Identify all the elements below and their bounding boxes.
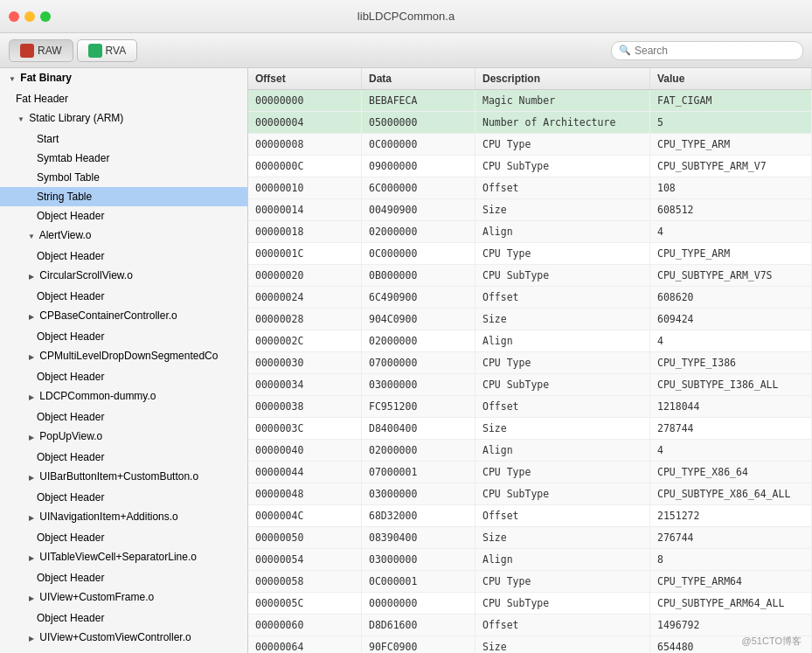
sidebar-item-object-header-2[interactable]: Object Header	[0, 247, 247, 266]
table-row[interactable]: 0000003CD8400400Size278744	[248, 418, 812, 440]
cell-description: CPU Type	[475, 134, 650, 155]
sidebar-item-object-header-11[interactable]: Object Header	[0, 608, 247, 628]
sidebar-item-alertview-o[interactable]: AlertView.o	[0, 226, 247, 247]
table-row[interactable]: 0000003007000000CPU TypeCPU_TYPE_I386	[248, 352, 812, 374]
table-row[interactable]: 0000004C68D32000Offset2151272	[248, 505, 812, 527]
sidebar-item-label: UITableViewCell+SeparatorLine.o	[39, 551, 197, 563]
disclosure-icon	[7, 70, 17, 87]
cell-data: 08390400	[362, 527, 475, 548]
table-row[interactable]: 0000004407000001CPU TypeCPU_TYPE_X86_64	[248, 462, 812, 483]
maximize-button[interactable]	[40, 11, 51, 22]
cell-description: Magic Number	[475, 90, 650, 111]
sidebar-item-object-header-3[interactable]: Object Header	[0, 287, 247, 306]
sidebar-item-cpmultileveldropdownsegmentedco[interactable]: CPMultiLevelDropDownSegmentedCo	[0, 346, 247, 367]
sidebar-item-start[interactable]: Start	[0, 129, 247, 149]
table-row[interactable]: 000000106C000000Offset108	[248, 177, 812, 199]
minimize-button[interactable]	[24, 11, 35, 22]
disclosure-icon	[26, 388, 37, 406]
cell-value: 2151272	[650, 505, 812, 526]
table-row[interactable]: 000000246C490900Offset608620	[248, 287, 812, 309]
cell-offset: 00000014	[248, 199, 362, 220]
sidebar-item-object-header-4[interactable]: Object Header	[0, 327, 247, 346]
sidebar-item-uiview-customviewcontroller-o[interactable]: UIView+CustomViewController.o	[0, 628, 247, 649]
table-row[interactable]: 0000005403000000Align8	[248, 549, 812, 571]
sidebar-item-label: CPBaseContainerController.o	[39, 309, 177, 322]
sidebar-item-symtab-header[interactable]: Symtab Header	[0, 149, 247, 168]
cell-value: 4	[650, 440, 812, 461]
cell-value: CPU_TYPE_X86_64	[650, 462, 812, 483]
cell-value: CPU_SUBTYPE_ARM64_ALL	[650, 593, 812, 614]
table-row[interactable]: 0000001C0C000000CPU TypeCPU_TYPE_ARM	[248, 243, 812, 265]
raw-icon	[20, 44, 34, 58]
table-row[interactable]: 00000060D8D61600Offset1496792	[248, 615, 812, 636]
sidebar-item-object-header-1[interactable]: Object Header	[0, 206, 247, 226]
table-row[interactable]: 000000080C000000CPU TypeCPU_TYPE_ARM	[248, 134, 812, 156]
table-row[interactable]: 0000005C00000000CPU SubTypeCPU_SUBTYPE_A…	[248, 593, 812, 615]
table-row[interactable]: 0000004002000000Align4	[248, 440, 812, 462]
table-row[interactable]: 0000005008390400Size276744	[248, 527, 812, 549]
sidebar-item-object-header-10[interactable]: Object Header	[0, 568, 247, 587]
table-row[interactable]: 000000200B000000CPU SubTypeCPU_SUBTYPE_A…	[248, 265, 812, 287]
cell-value: CPU_SUBTYPE_I386_ALL	[650, 374, 812, 395]
sidebar-item-circularscrollview-o[interactable]: CircularScrollView.o	[0, 266, 247, 287]
cell-offset: 00000054	[248, 549, 362, 570]
cell-description: Size	[475, 309, 650, 330]
disclosure-icon	[26, 428, 37, 446]
window-title: libLDCPCommon.a	[357, 10, 455, 23]
close-button[interactable]	[9, 11, 19, 22]
cell-data: 904C0900	[362, 309, 475, 330]
cell-offset: 00000060	[248, 615, 362, 636]
sidebar-item-object-header-12[interactable]: Object Header	[0, 649, 247, 653]
cell-data: 0C000000	[362, 243, 475, 264]
sidebar-item-popupview-o[interactable]: PopUpView.o	[0, 427, 247, 448]
sidebar-item-ldcpcommon-dummy-o[interactable]: LDCPCommon-dummy.o	[0, 386, 247, 407]
cell-offset: 0000003C	[248, 418, 362, 439]
cell-description: CPU SubType	[475, 374, 650, 395]
toolbar: RAW RVA 🔍	[0, 33, 812, 68]
table-row[interactable]: 00000000BEBAFECAMagic NumberFAT_CIGAM	[248, 90, 812, 112]
cell-data: 0C000001	[362, 571, 475, 592]
sidebar-item-uitableviewcell-separatorline-o[interactable]: UITableViewCell+SeparatorLine.o	[0, 547, 247, 568]
cell-description: CPU SubType	[475, 265, 650, 286]
table-row[interactable]: 00000028904C0900Size609424	[248, 309, 812, 330]
cell-value: FAT_CIGAM	[650, 90, 812, 111]
sidebar-item-fat-header[interactable]: Fat Header	[0, 89, 247, 108]
search-input[interactable]	[635, 45, 795, 57]
sidebar-item-object-header-9[interactable]: Object Header	[0, 528, 247, 547]
sidebar-item-object-header-5[interactable]: Object Header	[0, 367, 247, 386]
sidebar-item-fat-binary[interactable]: Fat Binary	[0, 68, 247, 89]
sidebar-item-object-header-7[interactable]: Object Header	[0, 448, 247, 467]
sidebar-item-uiview-customframe-o[interactable]: UIView+CustomFrame.o	[0, 587, 247, 608]
table-row[interactable]: 0000001400490900Size608512	[248, 199, 812, 221]
sidebar-item-static-library-arm[interactable]: Static Library (ARM)	[0, 108, 247, 129]
cell-value: CPU_SUBTYPE_ARM_V7S	[650, 265, 812, 286]
sidebar-item-uinavigationitem-additions-o[interactable]: UINavigationItem+Additions.o	[0, 507, 247, 528]
raw-button[interactable]: RAW	[9, 39, 73, 62]
sidebar: Fat BinaryFat Header Static Library (ARM…	[0, 68, 248, 653]
search-icon: 🔍	[619, 45, 631, 56]
cell-offset: 0000005C	[248, 593, 362, 614]
sidebar-item-cpbasecontainercontroller-o[interactable]: CPBaseContainerController.o	[0, 306, 247, 327]
watermark: @51CTO博客	[742, 635, 802, 648]
table-row[interactable]: 0000001802000000Align4	[248, 221, 812, 243]
sidebar-item-object-header-8[interactable]: Object Header	[0, 488, 247, 507]
sidebar-item-symbol-table[interactable]: Symbol Table	[0, 168, 247, 187]
sidebar-item-uibarbuttonitem-custombutton-o[interactable]: UIBarButtonItem+CustomButton.o	[0, 467, 247, 488]
cell-value: 608620	[650, 287, 812, 308]
table-row[interactable]: 0000000C09000000CPU SubTypeCPU_SUBTYPE_A…	[248, 156, 812, 177]
cell-description: CPU Type	[475, 243, 650, 264]
table-row[interactable]: 0000003403000000CPU SubTypeCPU_SUBTYPE_I…	[248, 374, 812, 396]
table-row[interactable]: 00000038FC951200Offset1218044	[248, 396, 812, 418]
table-row[interactable]: 0000002C02000000Align4	[248, 330, 812, 352]
table-row[interactable]: 0000004803000000CPU SubTypeCPU_SUBTYPE_X…	[248, 483, 812, 505]
cell-value: 4	[650, 330, 812, 351]
cell-description: Align	[475, 440, 650, 461]
sidebar-item-label: Object Header	[37, 491, 104, 504]
table-row[interactable]: 0000000405000000Number of Architecture5	[248, 112, 812, 134]
rva-button[interactable]: RVA	[77, 39, 138, 62]
sidebar-item-object-header-6[interactable]: Object Header	[0, 407, 247, 427]
table-row[interactable]: 0000006490FC0900Size654480	[248, 636, 812, 653]
sidebar-item-string-table[interactable]: String Table	[0, 187, 247, 206]
table-row[interactable]: 000000580C000001CPU TypeCPU_TYPE_ARM64	[248, 571, 812, 593]
cell-data: 09000000	[362, 156, 475, 177]
